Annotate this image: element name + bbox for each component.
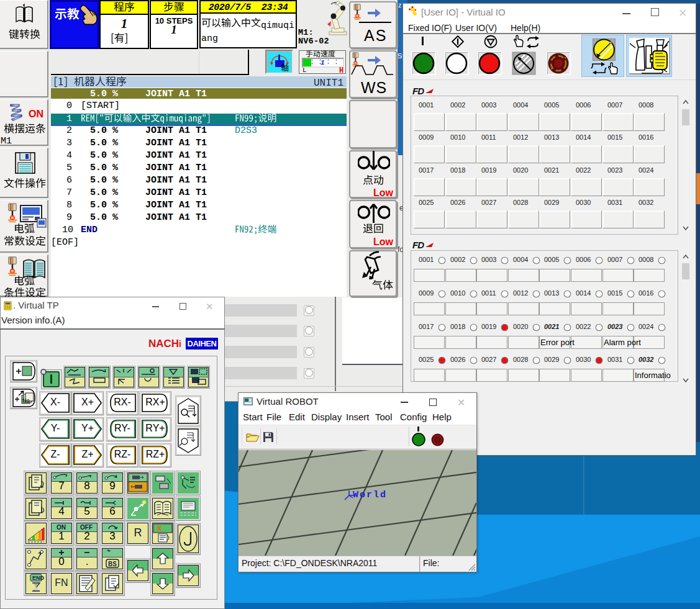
svg-text:END: END [32,575,45,581]
svg-text:BS: BS [108,561,117,567]
svg-text:No: No [22,397,30,404]
